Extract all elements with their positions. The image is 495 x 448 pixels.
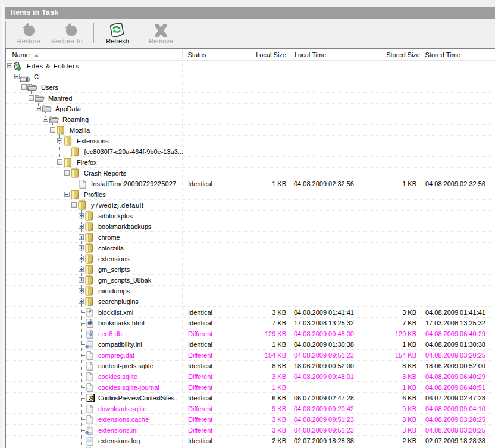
svg-text:S: S <box>89 394 93 402</box>
